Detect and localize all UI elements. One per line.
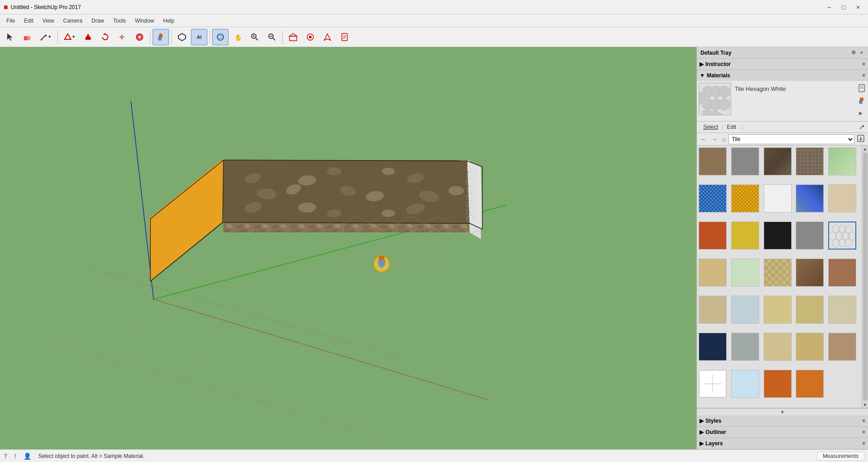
scroll-thumb[interactable]: [863, 153, 868, 401]
mat-import-icon[interactable]: [855, 134, 866, 144]
svg-line-37: [108, 299, 154, 372]
material-cell-yellow-mosaic[interactable]: [731, 184, 759, 212]
material-cell-brown-2[interactable]: [828, 333, 856, 361]
warehouse-tool-button[interactable]: [285, 29, 301, 45]
menu-help[interactable]: Help: [159, 16, 179, 26]
material-category-select[interactable]: Tile Wood Stone Metal Fabric Glass: [728, 134, 854, 144]
tray-settings-icon[interactable]: ⚙: [850, 49, 857, 56]
component-tool-button[interactable]: [174, 29, 190, 45]
paint-bucket-tool-button[interactable]: [153, 29, 169, 45]
mat-back-button[interactable]: ←: [699, 135, 709, 144]
material-cell-beige[interactable]: [828, 184, 856, 212]
share-tool-button[interactable]: [319, 29, 336, 45]
material-cell-light-gray[interactable]: [731, 296, 759, 324]
material-cell-greentile[interactable]: [828, 147, 856, 175]
material-cell-dark-gray[interactable]: [796, 222, 824, 250]
text-tool-button[interactable]: AI: [191, 29, 207, 45]
styles-close-icon[interactable]: ×: [862, 418, 865, 424]
material-cell-floor-tile[interactable]: [764, 259, 792, 287]
mat-tab-select[interactable]: Select: [700, 123, 722, 132]
menu-view[interactable]: View: [38, 16, 59, 26]
minimize-button[interactable]: −: [823, 1, 835, 14]
material-cell-green-light[interactable]: [731, 259, 759, 287]
close-button[interactable]: ×: [852, 1, 864, 14]
scroll-up-button[interactable]: ▲: [862, 146, 868, 152]
material-cell-blue-mosaic[interactable]: [699, 184, 727, 212]
material-cell-diamond-blue[interactable]: [796, 184, 824, 212]
panel-scroll-down-arrow[interactable]: ▼: [780, 410, 785, 415]
svg-marker-90: [467, 161, 482, 229]
materials-header[interactable]: ▼ Materials ×: [697, 70, 868, 81]
push-pull-tool-button[interactable]: [80, 29, 96, 45]
outliner-close-icon[interactable]: ×: [862, 429, 865, 435]
select-tool-button[interactable]: [2, 29, 18, 45]
material-cell-light-blue[interactable]: [731, 370, 759, 398]
mat-edit-pencil-icon[interactable]: [859, 123, 865, 131]
material-cell-brown-tile[interactable]: [828, 259, 856, 287]
instructor-section: ▶ Instructor ×: [697, 59, 868, 70]
mat-home-button[interactable]: ⌂: [720, 135, 728, 144]
material-cell-yellow-tile[interactable]: [731, 222, 759, 250]
material-cell-dark-blue[interactable]: [699, 333, 727, 361]
material-cell-gray[interactable]: [731, 147, 759, 175]
layers-close-icon[interactable]: ×: [862, 440, 865, 447]
mat-tab-edit[interactable]: Edit: [723, 123, 740, 132]
material-cell-hex-white[interactable]: [828, 222, 856, 250]
viewport[interactable]: [0, 47, 696, 449]
menu-camera[interactable]: Camera: [59, 16, 87, 26]
material-cell-white-cross[interactable]: [699, 370, 727, 398]
rotate-tool-button[interactable]: [97, 29, 113, 45]
material-cell-sand-2[interactable]: [764, 333, 792, 361]
pencil-tool-button[interactable]: ▼: [36, 29, 55, 45]
scroll-down-button[interactable]: ▼: [862, 401, 868, 408]
status-icon-user[interactable]: 👤: [23, 453, 31, 460]
zoom-extents-tool-button[interactable]: [264, 29, 280, 45]
menu-file[interactable]: File: [2, 16, 19, 26]
material-cell-gray-2[interactable]: [731, 333, 759, 361]
mat-create-icon[interactable]: [858, 84, 865, 94]
menu-edit[interactable]: Edit: [19, 16, 38, 26]
instructor-header[interactable]: ▶ Instructor ×: [697, 59, 868, 70]
shape-tool-button[interactable]: ▼: [60, 29, 79, 45]
materials-close-icon[interactable]: ×: [862, 72, 865, 79]
status-icon-question[interactable]: ?: [4, 453, 7, 460]
report-tool-button[interactable]: [336, 29, 353, 45]
material-cell-stone[interactable]: [699, 147, 727, 175]
maximize-button[interactable]: □: [837, 1, 850, 14]
outliner-header[interactable]: ▶ Outliner ×: [697, 427, 868, 438]
material-cell-ceramic[interactable]: [828, 296, 856, 324]
material-cell-orange-2[interactable]: [796, 370, 824, 398]
move-tool-button[interactable]: ✛: [114, 29, 131, 45]
pan-tool-button[interactable]: ✋: [229, 29, 246, 45]
material-cell-orange[interactable]: [764, 370, 792, 398]
mat-forward-button[interactable]: →: [709, 135, 719, 144]
material-cell-tan-2[interactable]: [699, 296, 727, 324]
material-cell-tan[interactable]: [699, 259, 727, 287]
tray-close-icon[interactable]: ×: [859, 49, 864, 56]
extension-tool-button[interactable]: [302, 29, 318, 45]
material-cell-sand[interactable]: [764, 296, 792, 324]
offset-tool-button[interactable]: [131, 29, 148, 45]
material-cell-granite[interactable]: [764, 147, 792, 175]
mat-arrow-icon[interactable]: [858, 108, 865, 118]
material-nav: ← → ⌂ Tile Wood Stone Metal Fabric Glass: [697, 133, 868, 146]
menu-draw[interactable]: Draw: [87, 16, 109, 26]
material-cell-brown-marble[interactable]: [796, 259, 824, 287]
orbit-tool-button[interactable]: [212, 29, 229, 45]
eraser-tool-button[interactable]: [19, 29, 35, 45]
menu-window[interactable]: Window: [131, 16, 159, 26]
material-cell-black[interactable]: [764, 222, 792, 250]
layers-header[interactable]: ▶ Layers ×: [697, 438, 868, 449]
material-cell-cobble[interactable]: [796, 147, 824, 175]
material-cell-white[interactable]: [764, 184, 792, 212]
styles-header[interactable]: ▶ Styles ×: [697, 415, 868, 426]
svg-point-10: [138, 35, 141, 39]
material-cell-tan-3[interactable]: [796, 333, 824, 361]
instructor-close-icon[interactable]: ×: [862, 61, 865, 67]
menu-tools[interactable]: Tools: [109, 16, 131, 26]
material-cell-beige-2[interactable]: [796, 296, 824, 324]
status-icon-info[interactable]: !: [14, 453, 16, 460]
material-cell-terra[interactable]: [699, 222, 727, 250]
mat-paint-icon[interactable]: [858, 96, 865, 106]
zoom-tool-button[interactable]: [247, 29, 263, 45]
